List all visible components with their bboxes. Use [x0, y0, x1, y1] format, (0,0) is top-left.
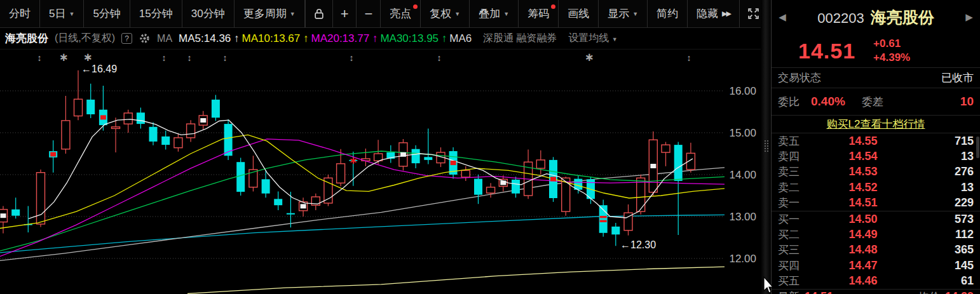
level-price: 14.54: [813, 150, 913, 163]
event-marker-updown-icon[interactable]: ↕: [162, 53, 167, 63]
event-marker-star-icon[interactable]: ∗: [83, 51, 92, 63]
ask-row[interactable]: 卖五14.55715: [772, 133, 980, 149]
candlestick-chart[interactable]: 16.0015.0014.0013.0012.00∗↕∗∗↕↕↕↕↕∗↕←16.…: [0, 50, 761, 294]
action-tab-huaxian[interactable]: 画线: [559, 0, 599, 27]
prev-stock-button[interactable]: ◀: [775, 11, 789, 23]
trade-status-label: 交易状态: [778, 70, 821, 85]
candle-body: [86, 100, 95, 114]
action-tab-chouma[interactable]: 筹码: [519, 0, 559, 27]
bid-row[interactable]: 买二14.49112: [772, 227, 980, 242]
level-label: 买四: [778, 258, 813, 273]
period-tab-fenshi[interactable]: 分时: [0, 0, 40, 27]
event-marker-star-icon[interactable]: ∗: [584, 51, 594, 63]
event-marker-star-icon[interactable]: ∗: [58, 51, 68, 63]
ma-value-4: MA30:13.95 ↑: [380, 32, 447, 44]
y-axis-label: 14.00: [729, 169, 756, 181]
divider-grip-icon[interactable]: [763, 140, 770, 152]
level-label: 卖四: [778, 149, 813, 164]
level-price: 14.53: [813, 165, 913, 178]
level-price: 14.55: [813, 135, 913, 148]
ma-settings-button[interactable]: 设置均线 ▼: [568, 32, 617, 45]
candle-body: [112, 127, 120, 129]
button-label: 分时: [9, 6, 31, 21]
bid-row[interactable]: 买五14.4661: [772, 274, 980, 289]
button-label: 复权: [430, 6, 451, 21]
ma-value-1: MA5:14.36 ↑: [179, 32, 239, 44]
chevron-down-icon: ▼: [503, 11, 509, 17]
change-value: +0.61: [873, 37, 910, 51]
level-label: 卖三: [778, 164, 813, 179]
action-tab-diejia[interactable]: 叠加▼: [470, 0, 519, 27]
candle-body: [187, 124, 195, 138]
period-tab-30min[interactable]: 30分钟: [182, 0, 235, 27]
candle-body: [461, 170, 470, 177]
zoom-in-button[interactable]: +: [333, 0, 357, 27]
panel-scrollbar[interactable]: [976, 137, 979, 158]
notification-dot: [413, 4, 418, 9]
event-marker-updown-icon[interactable]: ↕: [37, 53, 42, 63]
ma-value-3: MA20:13.77 ↑: [311, 32, 378, 44]
ask-row[interactable]: 卖四14.5413: [772, 149, 980, 164]
mouse-cursor: [759, 272, 776, 293]
ask-row[interactable]: 卖二14.5213: [772, 180, 980, 195]
action-tab-xianshi[interactable]: 显示▼: [599, 0, 648, 27]
chevron-down-icon: ▼: [69, 11, 74, 17]
period-tab-more-periods[interactable]: 更多周期▼: [235, 0, 305, 27]
commission-ratio-row: 委比 0.40% 委差 10: [772, 88, 980, 115]
period-tab-5min[interactable]: 5分钟: [84, 0, 130, 27]
event-marker-updown-icon[interactable]: ↕: [687, 53, 691, 63]
chart-legend: 海亮股份 (日线,不复权) ? MA MA5:14.36 ↑MA10:13.67…: [0, 28, 761, 50]
stock-tags-group: 深股通融资融券: [480, 32, 557, 45]
candle-body: [611, 227, 620, 235]
stock-tag-2[interactable]: 融资融券: [516, 32, 557, 43]
action-tab-liangdian[interactable]: 亮点: [381, 0, 421, 27]
signal-marker-white: [400, 152, 406, 157]
lock-button[interactable]: [306, 0, 333, 27]
period-tab-15min[interactable]: 15分钟: [130, 0, 182, 27]
buy-l2-link[interactable]: 购买L2查看十档行情: [827, 117, 925, 131]
ask-row[interactable]: 卖三14.53276: [772, 164, 980, 180]
action-tab-fuquan[interactable]: 复权▼: [421, 0, 470, 27]
event-marker-updown-icon[interactable]: ↕: [350, 53, 354, 63]
level-price: 14.50: [813, 213, 913, 226]
candle-body: [161, 137, 170, 145]
level-volume: 229: [913, 196, 974, 210]
candle-body: [149, 127, 158, 142]
level-volume: 61: [913, 274, 974, 288]
collapse-right-icon: ▶▶: [722, 10, 730, 18]
zoom-out-button[interactable]: −: [357, 0, 381, 27]
ma-line-ma5: [29, 119, 693, 218]
event-marker-updown-icon[interactable]: ↕: [187, 53, 192, 63]
button-label: 亮点: [390, 6, 411, 21]
bid-row[interactable]: 买三14.48365: [772, 243, 980, 258]
help-icon[interactable]: ?: [121, 33, 132, 44]
l2-upsell-row: 购买L2查看十档行情: [772, 116, 980, 133]
level-volume: 112: [913, 228, 974, 241]
signal-marker-white: [500, 180, 506, 185]
period-tab-5day[interactable]: 5日▼: [40, 0, 84, 27]
stock-tag-1[interactable]: 深股通: [483, 32, 514, 43]
fullscreen-icon: [747, 8, 759, 20]
bid-row[interactable]: 买一14.50573: [772, 211, 980, 227]
action-tab-yincang[interactable]: 隐藏▶▶: [688, 0, 740, 27]
level-price: 14.52: [813, 181, 913, 194]
button-label: 简约: [657, 6, 678, 21]
signal-marker-red: [100, 115, 106, 119]
event-marker-updown-icon[interactable]: ↕: [437, 53, 442, 63]
gear-icon[interactable]: [139, 32, 151, 44]
event-marker-updown-icon[interactable]: ↕: [223, 53, 228, 63]
button-label: 更多周期: [243, 6, 287, 21]
action-tab-jianyue[interactable]: 简约: [648, 0, 688, 27]
quote-panel: ◀ 002203 海亮股份 ▶ 14.51 +0.61 +4.39% 交易状态 …: [771, 0, 980, 294]
level-volume: 13: [913, 150, 974, 163]
candle-body: [474, 179, 482, 195]
button-label: 显示: [608, 6, 629, 21]
level-label: 卖一: [778, 196, 813, 210]
candle-body: [62, 121, 70, 149]
level-price: 14.48: [813, 243, 913, 257]
button-label: 5日: [49, 6, 65, 21]
ask-row[interactable]: 卖一14.51229: [772, 196, 980, 211]
bid-row[interactable]: 买四14.47145: [772, 258, 980, 273]
next-stock-button[interactable]: ▶: [962, 11, 976, 23]
y-axis-label: 13.00: [729, 211, 756, 223]
